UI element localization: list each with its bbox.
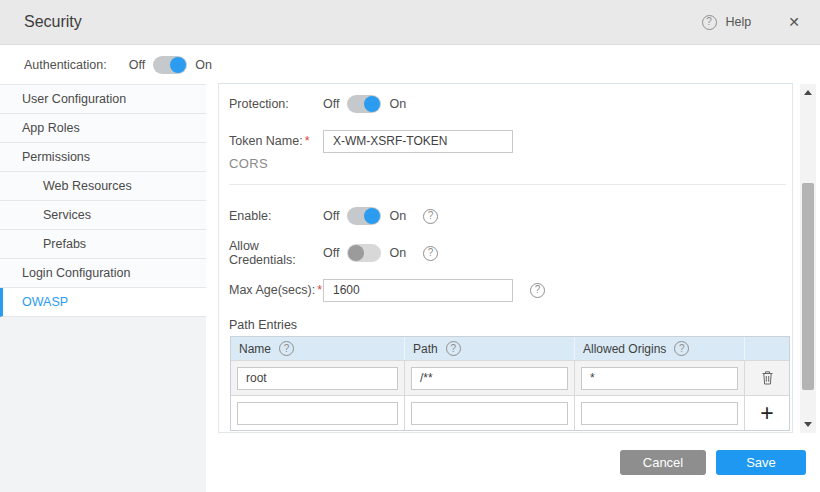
trash-icon xyxy=(760,370,775,386)
plus-icon: + xyxy=(760,402,773,425)
max-age-input[interactable] xyxy=(323,279,513,302)
sidebar-item-label: Prefabs xyxy=(43,237,86,251)
max-age-help-icon[interactable]: ? xyxy=(530,283,545,298)
owasp-settings-panel: Protection: Off On Token Name:* CORS Ena… xyxy=(218,83,793,433)
path-entries-table: Name ? Path ? Allowed Origins ? xyxy=(230,336,790,431)
column-header-path: Path ? xyxy=(405,337,575,360)
path-entry-name-input[interactable] xyxy=(237,367,398,390)
help-icon[interactable]: ? xyxy=(702,15,717,30)
toggle-knob xyxy=(364,96,380,112)
sidebar-item-services[interactable]: Services xyxy=(0,201,206,230)
sidebar-item-owasp[interactable]: OWASP xyxy=(0,288,206,317)
scroll-up-icon[interactable] xyxy=(804,90,812,95)
sidebar-item-app-roles[interactable]: App Roles xyxy=(0,114,206,143)
toggle-knob xyxy=(364,208,380,224)
new-entry-name-input[interactable] xyxy=(237,402,398,425)
sidebar-item-label: Services xyxy=(43,208,91,222)
enable-toggle[interactable] xyxy=(347,207,381,225)
enable-on-label: On xyxy=(389,209,406,223)
authentication-on-label: On xyxy=(195,58,212,72)
enable-label: Enable: xyxy=(229,209,323,223)
token-name-label: Token Name:* xyxy=(229,134,323,148)
column-header-actions xyxy=(745,337,789,360)
max-age-label: Max Age(secs):* xyxy=(229,283,323,297)
help-link[interactable]: Help xyxy=(726,15,752,29)
sidebar-item-web-resources[interactable]: Web Resources xyxy=(0,172,206,201)
cancel-button[interactable]: Cancel xyxy=(620,450,706,475)
sidebar-item-label: Web Resources xyxy=(43,179,132,193)
protection-off-label: Off xyxy=(323,97,339,111)
table-header-row: Name ? Path ? Allowed Origins ? xyxy=(231,337,789,360)
sidebar-item-login-configuration[interactable]: Login Configuration xyxy=(0,259,206,288)
path-entries-label: Path Entries xyxy=(229,318,297,332)
allow-credentials-help-icon[interactable]: ? xyxy=(423,246,438,261)
add-row-button[interactable]: + xyxy=(745,396,789,430)
sidebar-item-user-configuration[interactable]: User Configuration xyxy=(0,85,206,114)
sidebar-item-label: Login Configuration xyxy=(22,266,130,280)
enable-help-icon[interactable]: ? xyxy=(423,209,438,224)
protection-label: Protection: xyxy=(229,97,323,111)
table-row: + xyxy=(231,395,789,430)
path-entry-path-input[interactable] xyxy=(411,367,568,390)
toggle-knob xyxy=(170,57,186,73)
token-name-row: Token Name:* xyxy=(229,129,786,153)
enable-off-label: Off xyxy=(323,209,339,223)
path-entry-origins-input[interactable] xyxy=(581,367,738,390)
toggle-knob xyxy=(348,245,364,261)
authentication-label: Authentication: xyxy=(24,58,107,72)
sidebar: User Configuration App Roles Permissions… xyxy=(0,84,206,492)
scroll-down-icon[interactable] xyxy=(804,422,812,427)
allow-credentials-toggle[interactable] xyxy=(347,244,381,262)
required-asterisk: * xyxy=(317,283,322,297)
sidebar-item-prefabs[interactable]: Prefabs xyxy=(0,230,206,259)
cors-divider xyxy=(229,184,786,185)
save-button[interactable]: Save xyxy=(716,450,806,475)
close-icon[interactable]: ✕ xyxy=(784,12,804,32)
allow-credentials-label: Allow Credentials: xyxy=(229,239,323,267)
sidebar-item-label: User Configuration xyxy=(22,92,126,106)
cors-section-heading: CORS xyxy=(229,156,268,171)
max-age-row: Max Age(secs):* ? xyxy=(229,278,786,302)
allow-credentials-off-label: Off xyxy=(323,246,339,260)
page-title: Security xyxy=(24,13,82,31)
sidebar-item-permissions[interactable]: Permissions xyxy=(0,143,206,172)
scrollbar-thumb[interactable] xyxy=(802,183,814,390)
authentication-bar: Authentication: Off On xyxy=(0,45,820,84)
table-row xyxy=(231,360,789,395)
security-dialog: Security ? Help ✕ Authentication: Off On… xyxy=(0,0,820,492)
path-help-icon[interactable]: ? xyxy=(446,341,461,356)
name-help-icon[interactable]: ? xyxy=(279,341,294,356)
sidebar-item-label: App Roles xyxy=(22,121,80,135)
protection-toggle[interactable] xyxy=(347,95,381,113)
protection-row: Protection: Off On xyxy=(229,92,786,116)
protection-on-label: On xyxy=(389,97,406,111)
token-name-input[interactable] xyxy=(323,130,513,153)
allowed-origins-help-icon[interactable]: ? xyxy=(674,341,689,356)
dialog-header: Security ? Help ✕ xyxy=(0,0,820,45)
cors-enable-row: Enable: Off On ? xyxy=(229,204,786,228)
sidebar-item-label: OWASP xyxy=(22,295,68,309)
allow-credentials-row: Allow Credentials: Off On ? xyxy=(229,241,786,265)
column-header-allowed-origins: Allowed Origins ? xyxy=(575,337,745,360)
new-entry-path-input[interactable] xyxy=(411,402,568,425)
authentication-off-label: Off xyxy=(129,58,145,72)
delete-row-button[interactable] xyxy=(745,361,789,395)
allow-credentials-on-label: On xyxy=(389,246,406,260)
authentication-toggle[interactable] xyxy=(153,56,187,74)
new-entry-origins-input[interactable] xyxy=(581,402,738,425)
column-header-name: Name ? xyxy=(231,337,405,360)
sidebar-item-label: Permissions xyxy=(22,150,90,164)
vertical-scrollbar[interactable] xyxy=(800,84,816,433)
required-asterisk: * xyxy=(305,134,310,148)
